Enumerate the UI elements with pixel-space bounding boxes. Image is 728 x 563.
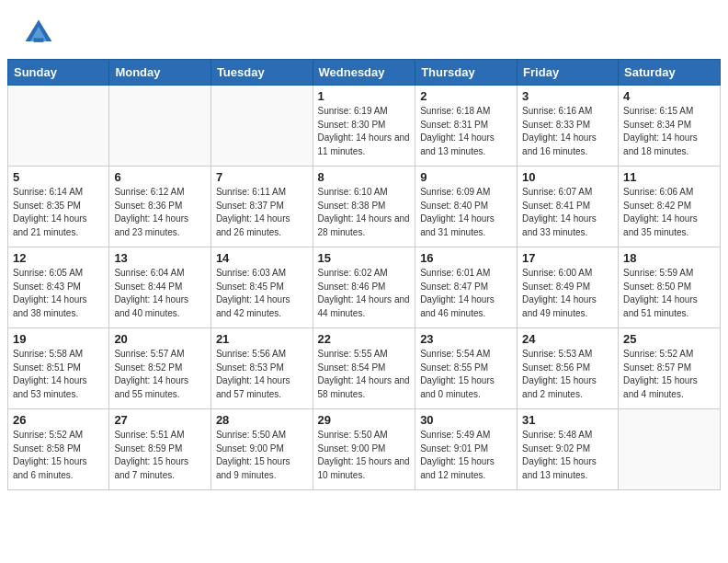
- day-number: 25: [623, 332, 715, 346]
- day-info: Sunrise: 5:57 AMSunset: 8:52 PMDaylight:…: [114, 348, 206, 401]
- calendar-day-cell: 1Sunrise: 6:19 AMSunset: 8:30 PMDaylight…: [313, 86, 415, 167]
- day-info: Sunrise: 6:01 AMSunset: 8:47 PMDaylight:…: [420, 267, 512, 320]
- day-info: Sunrise: 6:06 AMSunset: 8:42 PMDaylight:…: [623, 186, 715, 239]
- weekday-header: Thursday: [415, 60, 518, 86]
- calendar-day-cell: 27Sunrise: 5:51 AMSunset: 8:59 PMDayligh…: [109, 409, 211, 490]
- calendar-wrapper: SundayMondayTuesdayWednesdayThursdayFrid…: [0, 59, 728, 498]
- calendar-day-cell: 24Sunrise: 5:53 AMSunset: 8:56 PMDayligh…: [518, 328, 619, 409]
- weekday-header: Sunday: [8, 60, 109, 86]
- calendar-day-cell: 31Sunrise: 5:48 AMSunset: 9:02 PMDayligh…: [518, 409, 619, 490]
- weekday-header: Monday: [109, 60, 211, 86]
- day-number: 20: [114, 332, 206, 346]
- day-number: 5: [13, 170, 104, 184]
- calendar-week-row: 19Sunrise: 5:58 AMSunset: 8:51 PMDayligh…: [8, 328, 721, 409]
- day-info: Sunrise: 6:14 AMSunset: 8:35 PMDaylight:…: [13, 186, 104, 239]
- calendar-day-cell: [619, 409, 721, 490]
- calendar-day-cell: 4Sunrise: 6:15 AMSunset: 8:34 PMDaylight…: [619, 86, 721, 167]
- calendar-day-cell: 30Sunrise: 5:49 AMSunset: 9:01 PMDayligh…: [415, 409, 518, 490]
- day-number: 11: [623, 170, 715, 184]
- day-number: 24: [522, 332, 613, 346]
- calendar-day-cell: 15Sunrise: 6:02 AMSunset: 8:46 PMDayligh…: [313, 247, 415, 328]
- day-number: 15: [318, 251, 411, 265]
- calendar-table: SundayMondayTuesdayWednesdayThursdayFrid…: [7, 59, 721, 490]
- day-info: Sunrise: 6:03 AMSunset: 8:45 PMDaylight:…: [216, 267, 308, 320]
- calendar-day-cell: 22Sunrise: 5:55 AMSunset: 8:54 PMDayligh…: [313, 328, 415, 409]
- calendar-day-cell: 16Sunrise: 6:01 AMSunset: 8:47 PMDayligh…: [415, 247, 518, 328]
- svg-rect-2: [34, 38, 44, 42]
- calendar-day-cell: 6Sunrise: 6:12 AMSunset: 8:36 PMDaylight…: [109, 167, 211, 247]
- day-info: Sunrise: 5:51 AMSunset: 8:59 PMDaylight:…: [114, 429, 206, 482]
- calendar-day-cell: 19Sunrise: 5:58 AMSunset: 8:51 PMDayligh…: [8, 328, 109, 409]
- calendar-day-cell: 20Sunrise: 5:57 AMSunset: 8:52 PMDayligh…: [109, 328, 211, 409]
- day-number: 8: [318, 170, 411, 184]
- weekday-header: Wednesday: [313, 60, 415, 86]
- day-number: 31: [522, 413, 613, 427]
- day-number: 7: [216, 170, 308, 184]
- day-info: Sunrise: 6:18 AMSunset: 8:31 PMDaylight:…: [420, 105, 512, 158]
- day-info: Sunrise: 5:50 AMSunset: 9:00 PMDaylight:…: [318, 429, 411, 482]
- day-info: Sunrise: 5:52 AMSunset: 8:57 PMDaylight:…: [623, 348, 715, 401]
- day-info: Sunrise: 6:12 AMSunset: 8:36 PMDaylight:…: [114, 186, 206, 239]
- day-info: Sunrise: 5:50 AMSunset: 9:00 PMDaylight:…: [216, 429, 308, 482]
- day-info: Sunrise: 6:19 AMSunset: 8:30 PMDaylight:…: [318, 105, 411, 158]
- calendar-day-cell: 11Sunrise: 6:06 AMSunset: 8:42 PMDayligh…: [619, 167, 721, 247]
- day-number: 14: [216, 251, 308, 265]
- day-number: 13: [114, 251, 206, 265]
- day-info: Sunrise: 5:48 AMSunset: 9:02 PMDaylight:…: [522, 429, 613, 482]
- weekday-header: Tuesday: [210, 60, 313, 86]
- weekday-header: Saturday: [619, 60, 721, 86]
- calendar-day-cell: 14Sunrise: 6:03 AMSunset: 8:45 PMDayligh…: [210, 247, 313, 328]
- day-info: Sunrise: 6:02 AMSunset: 8:46 PMDaylight:…: [318, 267, 411, 320]
- day-number: 2: [420, 89, 512, 103]
- calendar-day-cell: 26Sunrise: 5:52 AMSunset: 8:58 PMDayligh…: [8, 409, 109, 490]
- logo: [22, 17, 59, 50]
- calendar-day-cell: [109, 86, 211, 167]
- calendar-day-cell: 18Sunrise: 5:59 AMSunset: 8:50 PMDayligh…: [619, 247, 721, 328]
- day-number: 29: [318, 413, 411, 427]
- day-info: Sunrise: 6:11 AMSunset: 8:37 PMDaylight:…: [216, 186, 308, 239]
- day-number: 16: [420, 251, 512, 265]
- calendar-day-cell: [210, 86, 313, 167]
- calendar-day-cell: 25Sunrise: 5:52 AMSunset: 8:57 PMDayligh…: [619, 328, 721, 409]
- calendar-day-cell: 28Sunrise: 5:50 AMSunset: 9:00 PMDayligh…: [210, 409, 313, 490]
- day-info: Sunrise: 6:00 AMSunset: 8:49 PMDaylight:…: [522, 267, 613, 320]
- day-info: Sunrise: 6:16 AMSunset: 8:33 PMDaylight:…: [522, 105, 613, 158]
- day-info: Sunrise: 5:55 AMSunset: 8:54 PMDaylight:…: [318, 348, 411, 401]
- day-info: Sunrise: 6:05 AMSunset: 8:43 PMDaylight:…: [13, 267, 104, 320]
- day-number: 4: [623, 89, 715, 103]
- weekday-header: Friday: [518, 60, 619, 86]
- day-info: Sunrise: 6:04 AMSunset: 8:44 PMDaylight:…: [114, 267, 206, 320]
- calendar-week-row: 1Sunrise: 6:19 AMSunset: 8:30 PMDaylight…: [8, 86, 721, 167]
- calendar-day-cell: 2Sunrise: 6:18 AMSunset: 8:31 PMDaylight…: [415, 86, 518, 167]
- day-number: 26: [13, 413, 104, 427]
- page-header: [0, 0, 728, 59]
- calendar-day-cell: 9Sunrise: 6:09 AMSunset: 8:40 PMDaylight…: [415, 167, 518, 247]
- day-number: 9: [420, 170, 512, 184]
- day-info: Sunrise: 6:07 AMSunset: 8:41 PMDaylight:…: [522, 186, 613, 239]
- day-number: 1: [318, 89, 411, 103]
- calendar-day-cell: 17Sunrise: 6:00 AMSunset: 8:49 PMDayligh…: [518, 247, 619, 328]
- day-info: Sunrise: 5:58 AMSunset: 8:51 PMDaylight:…: [13, 348, 104, 401]
- calendar-day-cell: 8Sunrise: 6:10 AMSunset: 8:38 PMDaylight…: [313, 167, 415, 247]
- day-number: 30: [420, 413, 512, 427]
- day-info: Sunrise: 5:52 AMSunset: 8:58 PMDaylight:…: [13, 429, 104, 482]
- day-number: 10: [522, 170, 613, 184]
- day-number: 18: [623, 251, 715, 265]
- day-number: 6: [114, 170, 206, 184]
- day-number: 3: [522, 89, 613, 103]
- day-number: 19: [13, 332, 104, 346]
- day-number: 22: [318, 332, 411, 346]
- logo-icon: [22, 17, 55, 50]
- day-number: 27: [114, 413, 206, 427]
- calendar-day-cell: 12Sunrise: 6:05 AMSunset: 8:43 PMDayligh…: [8, 247, 109, 328]
- calendar-day-cell: 21Sunrise: 5:56 AMSunset: 8:53 PMDayligh…: [210, 328, 313, 409]
- calendar-day-cell: [8, 86, 109, 167]
- calendar-day-cell: 23Sunrise: 5:54 AMSunset: 8:55 PMDayligh…: [415, 328, 518, 409]
- calendar-day-cell: 5Sunrise: 6:14 AMSunset: 8:35 PMDaylight…: [8, 167, 109, 247]
- day-info: Sunrise: 6:15 AMSunset: 8:34 PMDaylight:…: [623, 105, 715, 158]
- day-number: 28: [216, 413, 308, 427]
- day-info: Sunrise: 6:10 AMSunset: 8:38 PMDaylight:…: [318, 186, 411, 239]
- day-info: Sunrise: 5:53 AMSunset: 8:56 PMDaylight:…: [522, 348, 613, 401]
- calendar-week-row: 26Sunrise: 5:52 AMSunset: 8:58 PMDayligh…: [8, 409, 721, 490]
- day-info: Sunrise: 5:49 AMSunset: 9:01 PMDaylight:…: [420, 429, 512, 482]
